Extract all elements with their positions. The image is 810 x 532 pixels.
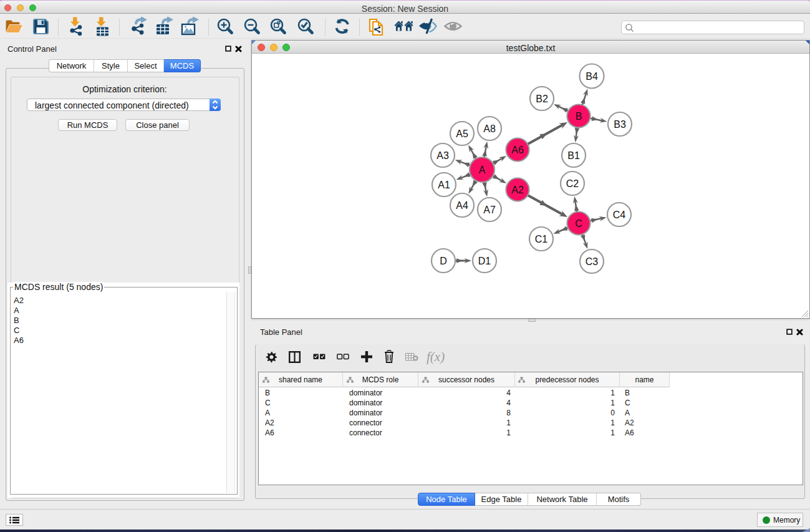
svg-text:C2: C2 [566, 178, 579, 189]
svg-text:B1: B1 [567, 150, 580, 161]
svg-text:C3: C3 [586, 256, 599, 267]
svg-text:C4: C4 [613, 210, 626, 220]
svg-text:B3: B3 [614, 119, 626, 130]
svg-text:A: A [479, 165, 486, 175]
svg-text:D: D [440, 256, 447, 266]
svg-text:C1: C1 [535, 234, 548, 244]
svg-text:A4: A4 [456, 200, 468, 211]
svg-text:B2: B2 [536, 94, 548, 104]
svg-text:B: B [576, 111, 582, 122]
svg-text:B4: B4 [586, 71, 598, 82]
svg-text:A6: A6 [511, 145, 524, 155]
svg-text:A3: A3 [436, 150, 449, 161]
svg-text:A8: A8 [483, 123, 496, 134]
svg-text:A5: A5 [456, 128, 468, 139]
svg-text:A1: A1 [438, 180, 450, 190]
svg-text:D1: D1 [478, 256, 491, 266]
svg-text:A2: A2 [511, 185, 524, 195]
svg-text:A7: A7 [483, 205, 496, 215]
svg-text:C: C [575, 218, 582, 229]
